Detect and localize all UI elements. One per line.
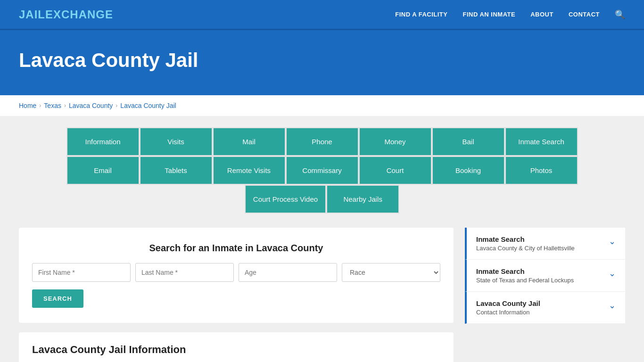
chevron-down-icon-2: ⌄ (609, 268, 616, 279)
sidebar-item-1[interactable]: Inmate Search Lavaca County & City of Ha… (465, 228, 625, 260)
btn-tablets[interactable]: Tablets (140, 156, 213, 185)
sidebar-item-1-text: Inmate Search Lavaca County & City of Ha… (476, 235, 575, 252)
main-area: Information Visits Mail Phone Money Bail… (0, 116, 644, 362)
btn-court-process-video[interactable]: Court Process Video (245, 185, 326, 214)
search-box-title: Search for an Inmate in Lavaca County (32, 243, 440, 254)
left-column: Search for an Inmate in Lavaca County Ra… (19, 228, 454, 362)
btn-visits[interactable]: Visits (140, 127, 213, 156)
chevron-down-icon-3: ⌄ (609, 300, 616, 311)
info-section-title: Lavaca County Jail Information (32, 344, 440, 356)
btn-email[interactable]: Email (66, 156, 140, 185)
content-grid: Search for an Inmate in Lavaca County Ra… (19, 228, 625, 362)
search-button[interactable]: SEARCH (32, 289, 83, 308)
sidebar-item-2-title: Inmate Search (476, 267, 574, 275)
logo-accent: E (45, 8, 53, 21)
inmate-search-box: Search for an Inmate in Lavaca County Ra… (19, 228, 454, 323)
sidebar-item-3-text: Lavaca County Jail Contact Information (476, 299, 540, 316)
btn-commissary[interactable]: Commissary (286, 156, 359, 185)
logo-part1: JAIL (19, 8, 45, 21)
breadcrumb-sep-3: › (116, 102, 117, 109)
btn-booking[interactable]: Booking (432, 156, 505, 185)
site-header: JAILEXCHANGE FIND A FACILITY FIND AN INM… (0, 0, 644, 30)
sidebar-item-3[interactable]: Lavaca County Jail Contact Information ⌄ (465, 292, 625, 324)
last-name-input[interactable] (135, 263, 234, 282)
main-nav: FIND A FACILITY FIND AN INMATE ABOUT CON… (395, 9, 625, 20)
logo-part2: XCHANGE (53, 8, 113, 21)
chevron-down-icon-1: ⌄ (609, 236, 616, 247)
sidebar-item-3-title: Lavaca County Jail (476, 299, 540, 307)
breadcrumb: Home › Texas › Lavaca County › Lavaca Co… (0, 95, 644, 116)
btn-information[interactable]: Information (66, 127, 140, 156)
btn-nearby-jails[interactable]: Nearby Jails (326, 185, 399, 214)
breadcrumb-sep-1: › (39, 102, 41, 109)
first-name-input[interactable] (32, 263, 131, 282)
btn-remote-visits[interactable]: Remote Visits (213, 156, 286, 185)
btn-photos[interactable]: Photos (505, 156, 578, 185)
sidebar: Inmate Search Lavaca County & City of Ha… (465, 228, 625, 362)
age-input[interactable] (239, 263, 337, 282)
page-title: Lavaca County Jail (19, 49, 625, 72)
nav-find-facility[interactable]: FIND A FACILITY (395, 11, 447, 18)
breadcrumb-texas[interactable]: Texas (44, 102, 61, 109)
btn-inmate-search[interactable]: Inmate Search (505, 127, 578, 156)
nav-find-inmate[interactable]: FIND AN INMATE (462, 11, 515, 18)
sidebar-item-3-subtitle: Contact Information (476, 309, 540, 316)
race-select[interactable]: Race White Black Hispanic Asian Other (342, 263, 440, 282)
breadcrumb-jail[interactable]: Lavaca County Jail (120, 102, 176, 109)
search-fields-row: Race White Black Hispanic Asian Other (32, 263, 440, 282)
btn-mail[interactable]: Mail (213, 127, 286, 156)
breadcrumb-sep-2: › (64, 102, 66, 109)
breadcrumb-home[interactable]: Home (19, 102, 36, 109)
sidebar-item-2-subtitle: State of Texas and Federal Lockups (476, 277, 574, 284)
sidebar-item-1-subtitle: Lavaca County & City of Hallettsville (476, 245, 575, 252)
btn-bail[interactable]: Bail (432, 127, 505, 156)
nav-buttons-container: Information Visits Mail Phone Money Bail… (19, 127, 625, 214)
nav-buttons-row1: Information Visits Mail Phone Money Bail… (66, 127, 578, 156)
nav-contact[interactable]: CONTACT (569, 11, 600, 18)
site-logo[interactable]: JAILEXCHANGE (19, 8, 113, 21)
sidebar-item-2-text: Inmate Search State of Texas and Federal… (476, 267, 574, 284)
nav-buttons-row2: Email Tablets Remote Visits Commissary C… (66, 156, 578, 185)
hero-section: Lavaca County Jail (0, 30, 644, 95)
btn-phone[interactable]: Phone (286, 127, 359, 156)
breadcrumb-lavaca-county[interactable]: Lavaca County (69, 102, 113, 109)
nav-about[interactable]: ABOUT (530, 11, 553, 18)
search-icon[interactable]: 🔍 (615, 9, 625, 20)
info-section: Lavaca County Jail Information (19, 332, 454, 362)
sidebar-item-2[interactable]: Inmate Search State of Texas and Federal… (465, 260, 625, 292)
sidebar-item-1-title: Inmate Search (476, 235, 575, 243)
btn-money[interactable]: Money (359, 127, 432, 156)
nav-buttons-row3: Court Process Video Nearby Jails (245, 185, 399, 214)
btn-court[interactable]: Court (359, 156, 432, 185)
